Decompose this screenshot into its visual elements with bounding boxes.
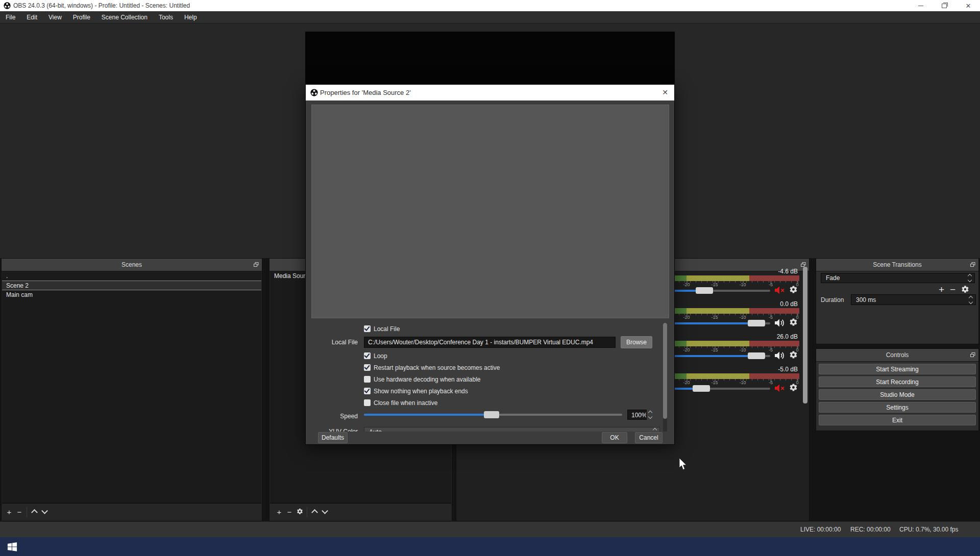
popout-icon[interactable] xyxy=(970,262,975,267)
move-source-down-button[interactable] xyxy=(320,508,330,516)
cancel-button[interactable]: Cancel xyxy=(635,432,663,443)
chevron-down-icon xyxy=(41,508,48,514)
speaker-muted-icon xyxy=(774,286,787,295)
transition-selected-value: Fade xyxy=(821,274,968,282)
chevron-down-icon xyxy=(322,508,328,514)
scene-item[interactable]: . xyxy=(2,271,261,281)
combo-arrows-icon xyxy=(653,428,656,432)
speed-value[interactable]: 100% xyxy=(627,410,647,420)
menu-file[interactable]: File xyxy=(0,12,21,22)
popout-icon[interactable] xyxy=(254,262,259,267)
window-title: OBS 24.0.3 (64-bit, windows) - Profile: … xyxy=(13,2,190,9)
show-nothing-checkbox[interactable] xyxy=(364,388,371,394)
remove-source-button[interactable]: − xyxy=(284,508,295,516)
mouse-cursor xyxy=(679,458,688,471)
duration-value: 300 ms xyxy=(851,296,969,304)
channel-settings-button[interactable] xyxy=(789,350,798,361)
chevron-up-icon xyxy=(311,509,318,516)
dialog-title: Properties for 'Media Source 2' xyxy=(320,89,411,96)
scrollbar-thumb[interactable] xyxy=(663,323,667,419)
dialog-close-button[interactable]: ✕ xyxy=(662,88,668,96)
show-nothing-checkbox-label: Show nothing when playback ends xyxy=(374,388,468,395)
dialog-titlebar[interactable]: Properties for 'Media Source 2' ✕ xyxy=(306,85,674,100)
move-source-up-button[interactable] xyxy=(309,508,320,516)
windows-taskbar xyxy=(0,537,980,556)
duration-spinbox[interactable]: 300 ms xyxy=(851,294,976,305)
hardware-decoding-checkbox[interactable] xyxy=(364,376,371,383)
transition-select[interactable]: Fade xyxy=(821,273,975,283)
yuv-color-range-select[interactable]: Auto xyxy=(364,427,660,432)
settings-button[interactable]: Settings xyxy=(819,402,976,413)
controls-panel: Controls Start Streaming Start Recording… xyxy=(816,348,979,431)
spinner-arrows-icon xyxy=(969,296,972,304)
mute-button[interactable] xyxy=(774,318,787,330)
menu-tools[interactable]: Tools xyxy=(153,12,179,22)
exit-button[interactable]: Exit xyxy=(819,415,976,425)
mute-button[interactable] xyxy=(774,286,787,297)
restore-button[interactable] xyxy=(933,0,956,11)
gear-icon xyxy=(789,285,798,294)
remove-scene-button[interactable]: − xyxy=(14,508,24,516)
divider xyxy=(307,507,307,517)
channel-settings-button[interactable] xyxy=(789,383,798,394)
mixer-scrollbar[interactable] xyxy=(803,267,807,403)
menu-scene-collection[interactable]: Scene Collection xyxy=(96,12,153,22)
local-file-field-label: Local File xyxy=(312,339,358,346)
loop-checkbox-label: Loop xyxy=(374,352,387,360)
menu-edit[interactable]: Edit xyxy=(21,12,43,22)
close-button[interactable]: ✕ xyxy=(957,0,980,11)
speed-slider[interactable] xyxy=(364,411,622,419)
local-file-checkbox[interactable] xyxy=(364,325,371,332)
start-recording-button[interactable]: Start Recording xyxy=(819,376,976,387)
minimize-icon xyxy=(918,6,923,6)
add-transition-button[interactable]: + xyxy=(939,285,944,294)
volume-db-value: -5.0 dB xyxy=(778,366,798,373)
transition-properties-button[interactable] xyxy=(961,285,969,294)
scene-item[interactable]: Main cam xyxy=(2,290,261,299)
combo-arrows-icon xyxy=(968,274,971,282)
source-properties-button[interactable] xyxy=(295,508,305,516)
ok-button[interactable]: OK xyxy=(602,432,627,443)
dialog-source-preview xyxy=(311,105,669,318)
add-scene-button[interactable]: + xyxy=(4,508,14,516)
channel-settings-button[interactable] xyxy=(789,318,798,328)
channel-settings-button[interactable] xyxy=(789,285,798,296)
popout-icon[interactable] xyxy=(970,352,975,358)
menu-profile[interactable]: Profile xyxy=(67,12,96,22)
restart-playback-checkbox[interactable] xyxy=(364,364,371,371)
hardware-decoding-checkbox-label: Use hardware decoding when available xyxy=(374,376,480,383)
speed-spinner[interactable] xyxy=(649,411,652,418)
window-titlebar: OBS 24.0.3 (64-bit, windows) - Profile: … xyxy=(0,0,980,11)
menu-help[interactable]: Help xyxy=(179,12,203,22)
start-button[interactable] xyxy=(0,537,24,556)
remove-transition-button[interactable]: − xyxy=(950,285,955,294)
slider-handle[interactable] xyxy=(696,287,713,294)
minimize-button[interactable] xyxy=(909,0,933,11)
mute-button[interactable] xyxy=(774,351,787,362)
add-source-button[interactable]: + xyxy=(274,508,284,516)
defaults-button[interactable]: Defaults xyxy=(318,432,348,443)
studio-mode-button[interactable]: Studio Mode xyxy=(819,389,976,400)
clipped-form-row: YUV Color Range Auto xyxy=(306,427,668,432)
mute-button[interactable] xyxy=(774,384,787,395)
slider-handle[interactable] xyxy=(484,411,499,418)
speaker-on-icon xyxy=(774,318,787,327)
browse-button[interactable]: Browse xyxy=(621,336,652,348)
menu-view[interactable]: View xyxy=(43,12,67,22)
local-file-path-input[interactable]: C:/Users/Wouter/Desktop/Conference Day 1… xyxy=(364,337,616,348)
sources-toolbar: + − xyxy=(270,503,451,520)
close-file-inactive-checkbox[interactable] xyxy=(364,399,371,406)
windows-logo-icon xyxy=(7,542,17,552)
slider-handle[interactable] xyxy=(748,320,765,326)
move-scene-up-button[interactable] xyxy=(29,508,39,516)
gear-icon xyxy=(961,285,969,293)
loop-checkbox[interactable] xyxy=(364,352,371,359)
restart-playback-checkbox-label: Restart playback when source becomes act… xyxy=(374,364,500,371)
start-streaming-button[interactable]: Start Streaming xyxy=(819,364,976,374)
move-scene-down-button[interactable] xyxy=(39,508,50,516)
scene-item-selected[interactable]: Scene 2 xyxy=(2,281,261,290)
scenes-panel-title: Scenes xyxy=(121,261,142,268)
slider-handle[interactable] xyxy=(748,352,765,359)
dialog-scrollbar[interactable] xyxy=(663,323,667,432)
slider-handle[interactable] xyxy=(693,385,710,392)
